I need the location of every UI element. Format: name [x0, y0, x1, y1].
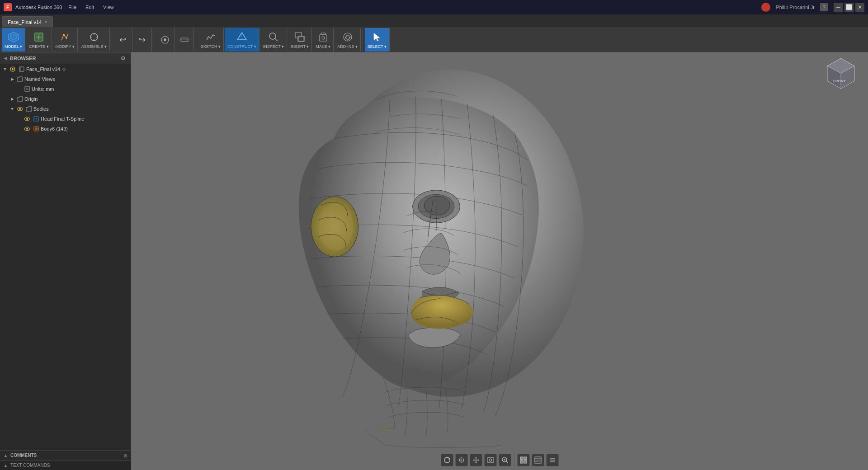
sketch-label: SKETCH ▾	[201, 44, 221, 49]
tree-arrow-origin: ▶	[9, 96, 15, 102]
pan-button[interactable]	[470, 454, 482, 466]
svg-rect-32	[25, 86, 29, 92]
view-settings-button[interactable]	[546, 454, 559, 466]
tool-undo[interactable]: ↩	[114, 28, 132, 52]
tool-inspect[interactable]: INSPECT ▾	[260, 28, 287, 52]
assemble-label: ASSEMBLE ▾	[81, 44, 107, 49]
redo-icon: ↪	[136, 33, 149, 46]
comments-settings-btn[interactable]: ⚙	[123, 453, 127, 458]
component-icon	[18, 66, 25, 73]
text-commands-bar[interactable]: ▲ TEXT COMMANDS	[0, 460, 131, 470]
undo-icon: ↩	[117, 33, 129, 46]
tool-snap[interactable]	[156, 28, 175, 52]
sidebar: ◀ BROWSER ⚙ ▼ Face_Final v14 ⚙ ▶ Named V…	[0, 52, 131, 450]
display-mode-button[interactable]	[517, 454, 530, 466]
vp-sep1	[514, 455, 514, 465]
close-button[interactable]: ✕	[855, 3, 864, 12]
browser-settings-button[interactable]: ⚙	[119, 54, 127, 62]
svg-point-52	[319, 203, 353, 250]
make-icon	[317, 31, 330, 43]
restore-button[interactable]: ⬜	[844, 3, 854, 12]
tree-label-root: Face_Final v14	[26, 66, 60, 72]
look-at-button[interactable]	[455, 454, 468, 466]
tool-sketch[interactable]: SKETCH ▾	[198, 28, 224, 52]
tool-select[interactable]: SELECT ▾	[365, 28, 390, 52]
orbit-button[interactable]	[441, 454, 453, 466]
tool-construct[interactable]: CONSTRUCT ▾	[225, 28, 259, 52]
minimize-button[interactable]: ─	[834, 3, 843, 12]
tree-item-head-tspline[interactable]: ▶ Head Final T-Spline	[0, 114, 131, 124]
svg-point-5	[63, 34, 65, 36]
head-model-view	[131, 52, 868, 450]
menu-view[interactable]: View	[100, 5, 117, 10]
tree-item-origin[interactable]: ▶ Origin	[0, 94, 131, 104]
svg-point-69	[489, 459, 492, 461]
user-name: Philip Procarini Jr	[776, 5, 815, 10]
tool-create[interactable]: CREATE ▾	[26, 28, 52, 52]
svg-line-72	[506, 461, 508, 463]
browser-header: ◀ BROWSER ⚙	[0, 52, 131, 64]
create-icon	[33, 31, 45, 43]
tree-item-body6[interactable]: ▶ Body6 (149)	[0, 124, 131, 134]
zoom-button[interactable]	[499, 454, 511, 466]
main-tab[interactable]: Face_Final v14 ×	[2, 16, 53, 27]
title-bar-left: F Autodesk Fusion 360 File Edit View	[4, 3, 117, 11]
view-cube-svg[interactable]: FRONT	[823, 56, 859, 92]
modify-icon	[59, 31, 71, 43]
tree-label-origin: Origin	[24, 96, 38, 102]
create-label: CREATE ▾	[29, 44, 48, 49]
svg-point-38	[26, 118, 28, 120]
browser-collapse-icon[interactable]: ◀	[4, 56, 7, 61]
svg-marker-1	[10, 34, 17, 40]
viewport[interactable]: FRONT	[131, 52, 868, 450]
help-icon[interactable]: ?	[820, 3, 828, 11]
svg-rect-25	[321, 33, 326, 35]
tab-close-icon[interactable]: ×	[44, 19, 47, 24]
doc-icon-units	[24, 85, 31, 93]
insert-icon	[293, 31, 306, 43]
tool-assemble[interactable]: ASSEMBLE ▾	[79, 28, 110, 52]
tspline-body-icon	[33, 115, 40, 122]
svg-rect-30	[19, 67, 24, 71]
menu-edit[interactable]: Edit	[83, 5, 97, 10]
make-label: MAKE ▾	[316, 44, 330, 49]
record-button[interactable]	[761, 3, 770, 12]
eye-icon-head-tspline	[24, 115, 31, 122]
tool-plane[interactable]	[175, 28, 194, 52]
tool-modify[interactable]: MODIFY ▾	[53, 28, 78, 52]
root-settings-icon[interactable]: ⚙	[62, 67, 66, 72]
tree-item-root[interactable]: ▼ Face_Final v14 ⚙	[0, 64, 131, 74]
folder-icon-bodies	[25, 105, 33, 113]
comments-bar[interactable]: ▲ COMMENTS ⚙	[0, 450, 131, 460]
eye-icon-body6	[24, 125, 31, 132]
window-controls: ─ ⬜ ✕	[834, 3, 864, 12]
comments-label: COMMENTS	[10, 453, 37, 458]
root-icon	[9, 66, 16, 73]
svg-point-36	[19, 108, 21, 110]
tool-redo[interactable]: ↪	[133, 28, 152, 52]
sep2	[154, 31, 154, 49]
tree-item-named-views[interactable]: ▶ Named Views	[0, 74, 131, 84]
svg-point-6	[66, 37, 67, 39]
svg-point-26	[322, 37, 325, 39]
zoom-fit-button[interactable]	[484, 454, 497, 466]
svg-point-29	[12, 68, 14, 70]
inspect-label: INSPECT ▾	[263, 44, 284, 49]
tool-insert[interactable]: INSERT ▾	[288, 28, 312, 52]
tree-item-units[interactable]: ▶ Units: mm	[0, 84, 131, 94]
tree-item-bodies[interactable]: ▼ Bodies	[0, 104, 131, 114]
grid-button[interactable]	[532, 454, 544, 466]
menu-file[interactable]: File	[66, 5, 79, 10]
sep1	[112, 31, 112, 49]
tool-make[interactable]: MAKE ▾	[313, 28, 334, 52]
tree-label-named-views: Named Views	[24, 76, 55, 82]
svg-rect-77	[520, 461, 523, 463]
svg-rect-76	[524, 457, 527, 460]
tool-model[interactable]: MODEL ▾	[2, 28, 25, 52]
view-cube[interactable]: FRONT	[823, 56, 859, 92]
sep4	[363, 31, 363, 49]
tool-addins[interactable]: ADD-INS ▾	[335, 28, 361, 52]
browser-title: BROWSER	[10, 56, 36, 61]
svg-point-41	[26, 128, 28, 130]
svg-rect-75	[520, 457, 523, 460]
